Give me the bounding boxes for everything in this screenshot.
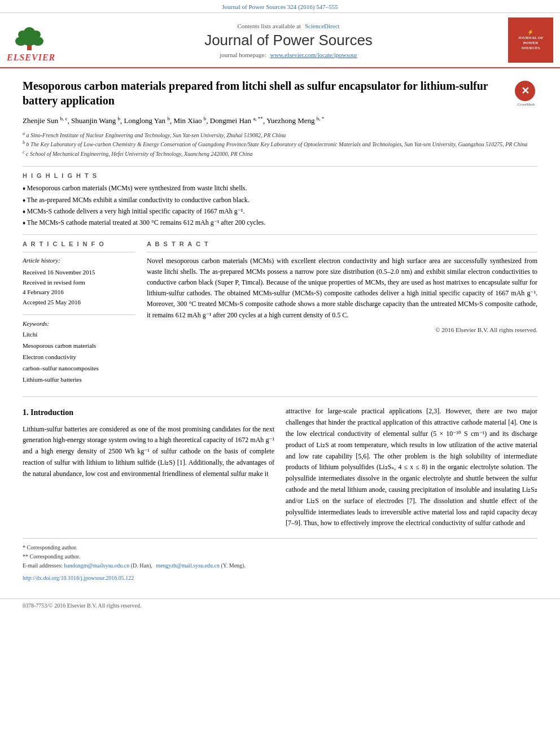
email-line: E-mail addresses: handongm@mailsysu.edu.… bbox=[23, 561, 537, 570]
info-abstract-columns: A R T I C L E I N F O Article history: R… bbox=[23, 241, 537, 386]
keyword-2: Mesoporous carbon materials bbox=[23, 340, 135, 352]
elsevier-logo-area: ELSEVIER bbox=[7, 18, 69, 63]
crossmark: ✕ CrossMark bbox=[515, 81, 537, 107]
article-history: Article history: Received 16 November 20… bbox=[23, 252, 135, 308]
intro-text-right: attractive for large-scale practical app… bbox=[286, 406, 537, 529]
abstract-column: A B S T R A C T Novel mesoporous carbon … bbox=[147, 241, 537, 386]
contents-label: Contents lists available at bbox=[237, 23, 301, 29]
svg-point-5 bbox=[18, 30, 27, 38]
sciencedirect-link[interactable]: ScienceDirect bbox=[305, 23, 340, 29]
keyword-4: carbon–sulfur nanocomposites bbox=[23, 363, 135, 374]
highlight-item: Mesoporous carbon materials (MCMs) were … bbox=[23, 182, 537, 194]
footnote-area: * Corresponding author. ** Corresponding… bbox=[23, 538, 537, 583]
highlight-item: MCMs-S cathode delivers a very high init… bbox=[23, 206, 537, 217]
affiliation-a: a a Sino-French Institute of Nuclear Eng… bbox=[23, 130, 537, 139]
article-title: Mesoporous carbon materials prepared fro… bbox=[23, 78, 509, 108]
divider-1 bbox=[23, 166, 537, 167]
keyword-5: Lithium-sulfur batteries bbox=[23, 374, 135, 386]
body-col-right: attractive for large-scale practical app… bbox=[286, 406, 537, 529]
journal-homepage: journal homepage: www.elsevier.com/locat… bbox=[75, 51, 502, 58]
keyword-1: Litchi bbox=[23, 329, 135, 340]
bottom-bar: 0378-7753/© 2016 Elsevier B.V. All right… bbox=[0, 599, 560, 612]
issn-line: 0378-7753/© 2016 Elsevier B.V. All right… bbox=[23, 602, 141, 609]
affiliation-c: c c School of Mechanical Engineering, He… bbox=[23, 149, 537, 158]
article-info-column: A R T I C L E I N F O Article history: R… bbox=[23, 241, 135, 386]
abstract-copyright: © 2016 Elsevier B.V. All rights reserved… bbox=[147, 325, 537, 335]
journal-header-center: Contents lists available at ScienceDirec… bbox=[75, 23, 502, 58]
keywords-label: Keywords: bbox=[23, 318, 135, 330]
highlight-item: The MCMs-S cathode material treated at 3… bbox=[23, 217, 537, 228]
corresponding-author-2: ** Corresponding author. bbox=[23, 552, 537, 561]
received-date: Received 16 November 2015 bbox=[23, 268, 135, 278]
affiliations: a a Sino-French Institute of Nuclear Eng… bbox=[23, 130, 537, 158]
article-title-section: Mesoporous carbon materials prepared fro… bbox=[23, 78, 537, 108]
email-link-2[interactable]: mengyzh@mail.sysu.edu.cn bbox=[156, 562, 220, 569]
highlights-section: H I G H L I G H T S Mesoporous carbon ma… bbox=[23, 172, 537, 229]
highlights-label: H I G H L I G H T S bbox=[23, 172, 537, 179]
main-content: Mesoporous carbon materials prepared fro… bbox=[0, 68, 560, 593]
intro-text-left: Lithium-sulfur batteries are considered … bbox=[23, 424, 274, 480]
highlights-list: Mesoporous carbon materials (MCMs) were … bbox=[23, 182, 537, 229]
doi-line: http://dx.doi.org/10.1016/j.jpowsour.201… bbox=[23, 574, 537, 583]
keywords-section: Keywords: Litchi Mesoporous carbon mater… bbox=[23, 314, 135, 386]
intro-heading: 1. Introduction bbox=[23, 406, 274, 419]
article-info-label: A R T I C L E I N F O bbox=[23, 241, 135, 247]
body-col-left: 1. Introduction Lithium-sulfur batteries… bbox=[23, 406, 274, 529]
elsevier-text: ELSEVIER bbox=[7, 53, 55, 63]
journal-header: ELSEVIER Contents lists available at Sci… bbox=[0, 13, 560, 68]
journal-logo: ⚡ JOURNAL OFPOWERSOURCES bbox=[508, 18, 553, 63]
crossmark-icon: ✕ bbox=[515, 81, 535, 101]
accepted-date: Accepted 25 May 2016 bbox=[23, 298, 135, 308]
doi-link[interactable]: http://dx.doi.org/10.1016/j.jpowsour.201… bbox=[23, 575, 134, 581]
journal-citation: Journal of Power Sources 324 (2016) 547–… bbox=[222, 3, 338, 10]
abstract-text: Novel mesoporous carbon materials (MCMs)… bbox=[147, 252, 537, 335]
citation-bar: Journal of Power Sources 324 (2016) 547–… bbox=[0, 0, 560, 13]
revised-label: Received in revised form bbox=[23, 278, 135, 288]
svg-point-6 bbox=[32, 30, 41, 38]
introduction-section: 1. Introduction Lithium-sulfur batteries… bbox=[23, 396, 537, 529]
highlight-item: The as-prepared MCMs exhibit a similar c… bbox=[23, 194, 537, 206]
abstract-label: A B S T R A C T bbox=[147, 241, 537, 247]
history-label: Article history: bbox=[23, 256, 135, 266]
journal-title: Journal of Power Sources bbox=[75, 32, 502, 49]
keyword-3: Electron conductivity bbox=[23, 352, 135, 363]
elsevier-logo: ELSEVIER bbox=[7, 18, 69, 63]
body-columns: 1. Introduction Lithium-sulfur batteries… bbox=[23, 406, 537, 529]
corresponding-author-1: * Corresponding author. bbox=[23, 543, 537, 552]
authors: Zhenjie Sun b, c, Shuanjin Wang b, Longl… bbox=[23, 115, 537, 127]
homepage-url[interactable]: www.elsevier.com/locate/jpowsour bbox=[270, 51, 357, 58]
email-link-1[interactable]: handongm@mailsysu.edu.cn bbox=[64, 562, 129, 569]
divider-2 bbox=[23, 234, 537, 235]
affiliation-b: b b The Key Laboratory of Low-carbon Che… bbox=[23, 139, 537, 148]
revised-date: 4 February 2016 bbox=[23, 287, 135, 298]
elsevier-tree-icon bbox=[7, 18, 52, 51]
